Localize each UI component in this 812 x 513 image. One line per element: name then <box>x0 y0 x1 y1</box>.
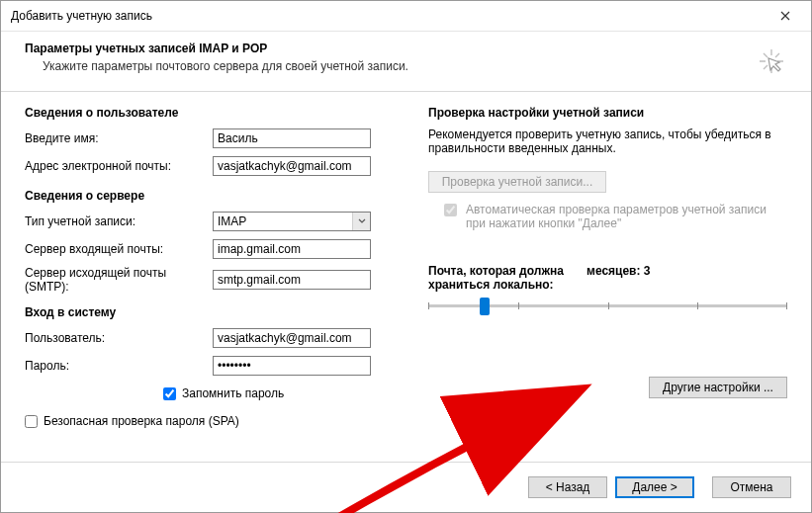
account-type-label: Тип учетной записи: <box>25 214 213 228</box>
outgoing-input[interactable] <box>213 270 371 290</box>
remember-row: Запомнить пароль <box>163 386 401 400</box>
close-icon <box>780 11 790 21</box>
spa-label: Безопасная проверка пароля (SPA) <box>44 414 239 428</box>
slider-tick <box>786 302 787 309</box>
incoming-label: Сервер входящей почты: <box>25 242 213 256</box>
header: Параметры учетных записей IMAP и POP Ука… <box>1 32 811 91</box>
section-user: Сведения о пользователе <box>25 106 401 120</box>
remember-label: Запомнить пароль <box>182 386 284 400</box>
name-input[interactable] <box>213 128 371 148</box>
back-button[interactable]: < Назад <box>528 476 607 498</box>
next-button[interactable]: Далее > <box>615 476 694 498</box>
slider-tick <box>697 302 698 309</box>
cursor-click-icon <box>756 45 787 77</box>
email-input[interactable] <box>213 156 371 176</box>
footer: < Назад Далее > Отмена <box>1 462 811 512</box>
dropdown-button[interactable] <box>352 213 370 230</box>
mail-keep-slider[interactable] <box>428 294 787 319</box>
chevron-down-icon <box>358 218 366 224</box>
right-column: Проверка настройки учетной записи Рекоме… <box>428 106 787 454</box>
remember-checkbox[interactable] <box>163 387 176 400</box>
test-description: Рекомендуется проверить учетную запись, … <box>428 128 787 155</box>
header-subtitle: Укажите параметры почтового сервера для … <box>43 59 756 73</box>
account-type-value: IMAP <box>214 214 352 228</box>
slider-tick <box>608 302 609 309</box>
user-input[interactable] <box>213 328 371 348</box>
slider-tick <box>518 302 519 309</box>
months-label: месяцев: 3 <box>586 264 651 292</box>
password-input[interactable] <box>213 356 371 376</box>
name-label: Введите имя: <box>25 131 213 145</box>
email-label: Адрес электронной почты: <box>25 159 213 173</box>
test-account-button[interactable]: Проверка учетной записи... <box>428 171 606 193</box>
left-column: Сведения о пользователе Введите имя: Адр… <box>25 106 401 454</box>
password-label: Пароль: <box>25 359 213 373</box>
spa-row: Безопасная проверка пароля (SPA) <box>25 414 401 428</box>
header-title: Параметры учетных записей IMAP и POP <box>25 42 756 55</box>
auto-test-row: Автоматическая проверка параметров учетн… <box>440 203 787 230</box>
outgoing-label: Сервер исходящей почты (SMTP): <box>25 266 213 294</box>
slider-thumb[interactable] <box>480 298 490 315</box>
dialog-window: Добавить учетную запись Параметры учетны… <box>0 0 812 513</box>
section-test: Проверка настройки учетной записи <box>428 106 787 120</box>
header-text: Параметры учетных записей IMAP и POP Ука… <box>25 42 756 73</box>
more-settings-button[interactable]: Другие настройки ... <box>649 377 787 398</box>
incoming-input[interactable] <box>213 239 371 259</box>
section-login: Вход в систему <box>25 305 401 319</box>
body: Сведения о пользователе Введите имя: Адр… <box>1 92 811 462</box>
section-server: Сведения о сервере <box>25 189 401 203</box>
window-title: Добавить учетную запись <box>7 9 766 23</box>
mail-keep-row: Почта, которая должна храниться локально… <box>428 264 787 292</box>
mail-keep-label: Почта, которая должна храниться локально… <box>428 264 577 292</box>
cancel-button[interactable]: Отмена <box>712 476 791 498</box>
auto-test-label: Автоматическая проверка параметров учетн… <box>466 203 787 230</box>
user-label: Пользователь: <box>25 331 213 345</box>
titlebar: Добавить учетную запись <box>1 1 811 32</box>
auto-test-checkbox[interactable] <box>444 204 457 216</box>
close-button[interactable] <box>766 2 805 30</box>
slider-tick <box>428 302 429 309</box>
spa-checkbox[interactable] <box>25 415 38 428</box>
account-type-select[interactable]: IMAP <box>213 212 371 231</box>
